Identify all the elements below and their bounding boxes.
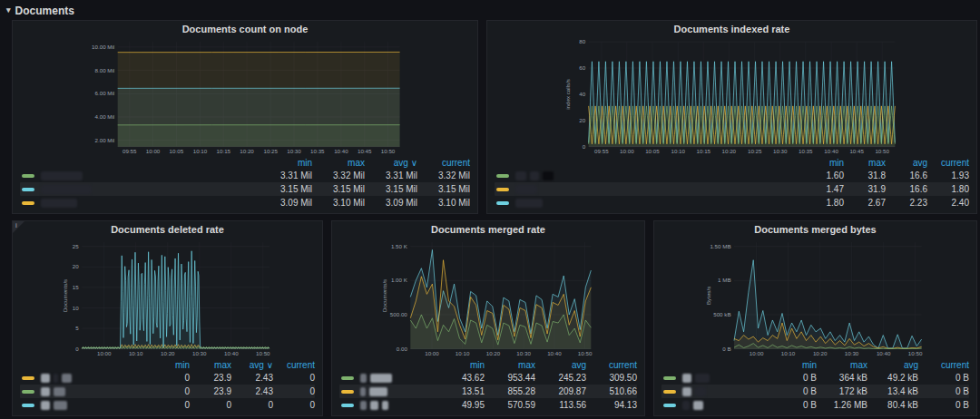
legend-col-max[interactable]: max: [190, 360, 231, 370]
legend-series-name[interactable]: [339, 374, 434, 383]
legend-value-avg: 3.31 Mil: [365, 171, 417, 180]
panel-title[interactable]: Documents merged rate: [332, 221, 644, 239]
chart-documents-merged-rate[interactable]: 10:0010:1010:2010:3010:4010:500.00500.00…: [332, 239, 644, 358]
legend-series-name[interactable]: [20, 185, 260, 194]
legend-series-name[interactable]: [662, 387, 766, 396]
legend-col-max[interactable]: max: [312, 158, 365, 168]
legend-col-max[interactable]: max: [485, 360, 535, 370]
chart-documents-indexed-rate[interactable]: 09:5510:0010:0510:1010:1510:2010:2510:30…: [487, 38, 976, 156]
svg-text:10:35: 10:35: [799, 148, 813, 154]
legend-col-max[interactable]: max: [844, 158, 886, 168]
legend-series-name[interactable]: [339, 401, 434, 410]
legend-series-name[interactable]: [20, 199, 260, 208]
series-color-swatch: [496, 174, 509, 178]
legend-value-avg: 16.6: [886, 184, 927, 194]
svg-text:1.50 MB: 1.50 MB: [710, 243, 730, 249]
redacted-series-name: [41, 387, 50, 396]
legend-col-avg[interactable]: avg: [886, 158, 927, 168]
svg-text:10:20: 10:20: [240, 148, 254, 154]
legend-col-avg[interactable]: avg: [535, 360, 586, 370]
legend-value-min: 0: [148, 386, 190, 396]
svg-text:0 B: 0 B: [722, 346, 730, 352]
panel-documents-merged-rate: Documents merged rate 10:0010:1010:2010:…: [331, 220, 645, 416]
svg-text:10:40: 10:40: [824, 148, 838, 154]
chart-documents-merged-bytes[interactable]: 10:0010:1010:2010:3010:4010:500 B500 kB1…: [654, 239, 976, 358]
chart-canvas[interactable]: 10:0010:1010:2010:3010:4010:500.00500.00…: [332, 239, 644, 358]
legend-value-min: 3.31 Mil: [260, 171, 312, 180]
legend-value-min: 1.80: [802, 198, 844, 208]
legend-series-name[interactable]: [20, 401, 148, 410]
chart-canvas[interactable]: 10:0010:1010:2010:3010:4010:500510152025…: [13, 239, 322, 358]
panel-title[interactable]: Documents deleted rate: [13, 221, 322, 239]
legend-series-name[interactable]: [20, 387, 148, 396]
legend-series-name[interactable]: [662, 401, 766, 410]
legend-value-min: 1.60: [802, 171, 844, 180]
legend-col-min[interactable]: min: [802, 158, 844, 168]
legend-col-current[interactable]: current: [273, 360, 315, 370]
series-color-swatch: [22, 404, 34, 407]
legend-series-name[interactable]: [495, 171, 802, 180]
legend-col-current[interactable]: current: [586, 360, 637, 370]
series-color-swatch: [663, 376, 676, 380]
legend-series-name[interactable]: [20, 374, 148, 383]
redacted-series-name: [693, 401, 703, 410]
chart-canvas[interactable]: 10:0010:1010:2010:3010:4010:500 B500 kB1…: [654, 239, 976, 358]
panel-title[interactable]: Documents count on node: [13, 21, 477, 38]
chart-canvas[interactable]: 09:5510:0010:0510:1010:1510:2010:2510:30…: [487, 38, 976, 156]
legend-col-min[interactable]: min: [260, 158, 312, 168]
redacted-series-name: [360, 387, 366, 396]
legend-col-min[interactable]: min: [148, 360, 190, 370]
svg-text:20: 20: [73, 263, 79, 269]
redacted-series-name: [54, 374, 58, 383]
legend-col-max[interactable]: max: [817, 360, 867, 370]
legend-col-avg[interactable]: avg ∨: [365, 158, 417, 168]
svg-text:80: 80: [579, 38, 585, 44]
legend-row: 3.31 Mil3.32 Mil3.31 Mil3.32 Mil: [20, 169, 470, 182]
legend-value-min: 43.62: [434, 373, 485, 383]
legend-series-name[interactable]: [495, 185, 802, 194]
legend-value-max: 570.59: [485, 400, 535, 410]
legend-col-min[interactable]: min: [766, 360, 817, 370]
legend-value-max: 2.67: [844, 198, 886, 208]
svg-text:10:05: 10:05: [645, 148, 660, 154]
chart-documents-count-on-node[interactable]: 09:5510:0010:0510:1010:1510:2010:2510:30…: [13, 38, 477, 156]
legend-row: 3.09 Mil3.10 Mil3.09 Mil3.10 Mil: [20, 196, 470, 210]
svg-text:10: 10: [73, 305, 79, 311]
redacted-series-name: [515, 199, 543, 208]
legend-col-current[interactable]: current: [417, 158, 470, 168]
legend-col-current[interactable]: current: [927, 158, 969, 168]
redacted-series-name: [370, 401, 378, 410]
legend-value-max: 953.44: [485, 373, 535, 383]
svg-text:10:25: 10:25: [748, 148, 762, 154]
legend-series-name[interactable]: [339, 387, 434, 396]
redacted-series-name: [370, 374, 392, 383]
legend-col-avg[interactable]: avg ∨: [231, 360, 273, 370]
panel-title[interactable]: Documents indexed rate: [487, 21, 976, 38]
chart-canvas[interactable]: 09:5510:0010:0510:1010:1510:2010:2510:30…: [13, 38, 477, 156]
legend-series-name[interactable]: [495, 199, 802, 208]
legend-value-max: 23.9: [190, 373, 231, 383]
legend-value-min: 0: [148, 400, 190, 410]
svg-text:10:10: 10:10: [781, 350, 796, 356]
legend-series-name[interactable]: [20, 171, 260, 180]
legend-value-current: 309.50: [586, 373, 637, 383]
legend-col-min[interactable]: min: [434, 360, 485, 370]
legend: minmaxavgcurrent0 B364 kB49.2 kB0 B0 B17…: [654, 358, 976, 415]
legend-col-avg[interactable]: avg: [867, 360, 918, 370]
legend-value-avg: 80.4 kB: [867, 400, 918, 410]
legend-col-current[interactable]: current: [918, 360, 969, 370]
legend-series-name[interactable]: [662, 374, 766, 383]
legend-value-max: 31.8: [844, 171, 886, 180]
legend-value-max: 31.9: [844, 184, 886, 194]
chart-documents-deleted-rate[interactable]: 10:0010:1010:2010:3010:4010:500510152025…: [13, 239, 322, 358]
svg-text:10:30: 10:30: [845, 350, 859, 356]
legend-value-avg: 0: [231, 400, 273, 410]
legend-value-min: 0 B: [766, 373, 817, 383]
row-header-documents[interactable]: ▾ Documents: [0, 0, 980, 18]
series-color-swatch: [22, 188, 34, 191]
legend: minmaxavgcurrent1.6031.816.61.931.4731.9…: [487, 156, 976, 213]
series-color-swatch: [341, 404, 354, 407]
legend-value-avg: 16.6: [886, 171, 927, 180]
redacted-series-name: [41, 185, 92, 194]
panel-title[interactable]: Documents merged bytes: [654, 221, 976, 239]
